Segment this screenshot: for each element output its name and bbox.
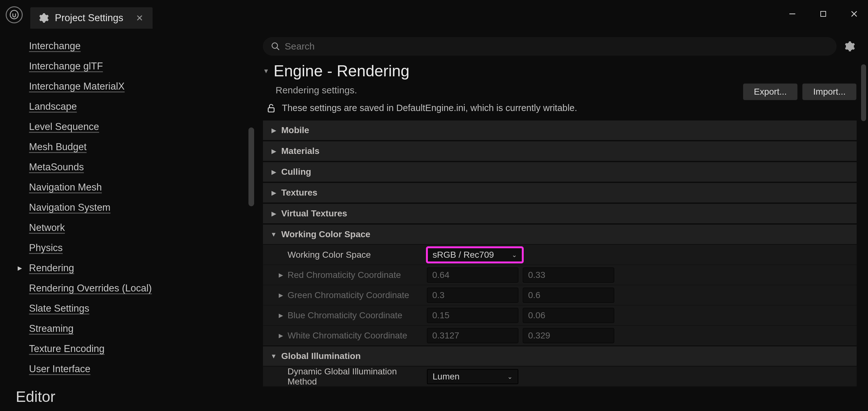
green-x-input[interactable]	[427, 288, 518, 303]
svg-rect-6	[268, 108, 274, 112]
svg-point-4	[272, 43, 278, 49]
category-global-illumination[interactable]: ▼Global Illumination	[263, 346, 857, 366]
sidebar-item-interchange-materialx[interactable]: Interchange MaterialX	[9, 76, 258, 96]
prop-blue-chromaticity: ▶Blue Chromaticity Coordinate	[263, 305, 857, 325]
sidebar-item-slate-settings[interactable]: Slate Settings	[9, 298, 258, 319]
chevron-down-icon: ⌄	[507, 373, 513, 380]
red-x-input[interactable]	[427, 267, 518, 283]
sidebar-item-texture-encoding[interactable]: Texture Encoding	[9, 339, 258, 359]
category-materials[interactable]: ▶Materials	[263, 141, 857, 161]
sidebar-heading-editor: Editor	[9, 379, 258, 405]
chevron-down-icon: ▼	[269, 353, 278, 360]
chevron-right-icon: ▶	[269, 168, 278, 176]
svg-line-5	[277, 48, 279, 50]
category-culling[interactable]: ▶Culling	[263, 162, 857, 182]
close-icon[interactable]: ✕	[136, 13, 143, 23]
window-controls	[786, 7, 861, 20]
category-mobile[interactable]: ▶Mobile	[263, 120, 857, 140]
white-x-input[interactable]	[427, 328, 518, 343]
unlock-icon	[266, 103, 276, 113]
main-panel: ▼ Engine - Rendering Rendering settings.…	[258, 30, 868, 411]
app-root: Project Settings ✕ Interchange Interchan…	[0, 0, 868, 411]
titlebar: Project Settings ✕	[0, 0, 868, 30]
sidebar-item-physics[interactable]: Physics	[9, 238, 258, 258]
working-color-space-dropdown[interactable]: sRGB / Rec709 ⌄	[427, 247, 523, 262]
main-scrollbar[interactable]	[861, 64, 866, 121]
sidebar-item-user-interface[interactable]: User Interface	[9, 359, 258, 379]
prop-working-color-space: Working Color Space sRGB / Rec709 ⌄	[263, 244, 857, 265]
search-bar[interactable]	[263, 37, 836, 56]
blue-y-input[interactable]	[523, 308, 614, 323]
export-button[interactable]: Export...	[743, 83, 798, 100]
section-title: Engine - Rendering	[274, 62, 409, 80]
category-virtual-textures[interactable]: ▶Virtual Textures	[263, 203, 857, 224]
sidebar-item-metasounds[interactable]: MetaSounds	[9, 157, 258, 177]
sidebar: Interchange Interchange glTF Interchange…	[0, 30, 258, 411]
chevron-right-icon: ▶	[269, 147, 278, 155]
import-button[interactable]: Import...	[802, 83, 857, 100]
chevron-right-icon: ▶	[269, 126, 278, 134]
sidebar-item-network[interactable]: Network	[9, 218, 258, 238]
section-header: ▼ Engine - Rendering	[263, 62, 857, 80]
gi-method-dropdown[interactable]: Lumen ⌄	[427, 369, 518, 384]
writable-text: These settings are saved in DefaultEngin…	[282, 103, 577, 113]
sidebar-item-streaming[interactable]: Streaming	[9, 319, 258, 339]
prop-white-chromaticity: ▶White Chromaticity Coordinate	[263, 325, 857, 345]
prop-green-chromaticity: ▶Green Chromaticity Coordinate	[263, 285, 857, 305]
sidebar-item-navigation-system[interactable]: Navigation System	[9, 198, 258, 218]
minimize-button[interactable]	[786, 7, 799, 20]
sidebar-item-interchange[interactable]: Interchange	[9, 36, 258, 56]
maximize-button[interactable]	[817, 7, 830, 20]
sidebar-item-rendering[interactable]: Rendering	[9, 258, 258, 278]
chevron-right-icon[interactable]: ▶	[277, 292, 284, 299]
chevron-right-icon: ▶	[269, 189, 278, 197]
green-y-input[interactable]	[523, 288, 614, 303]
chevron-right-icon: ▶	[269, 210, 278, 217]
red-y-input[interactable]	[523, 267, 614, 283]
section-collapse-arrow-icon[interactable]: ▼	[263, 67, 269, 75]
sidebar-item-mesh-budget[interactable]: Mesh Budget	[9, 137, 258, 157]
sidebar-item-rendering-overrides[interactable]: Rendering Overrides (Local)	[9, 278, 258, 298]
sidebar-item-interchange-gltf[interactable]: Interchange glTF	[9, 56, 258, 76]
close-window-button[interactable]	[848, 7, 861, 20]
prop-dynamic-gi-method: Dynamic Global Illumination Method Lumen…	[263, 366, 857, 386]
search-icon	[271, 41, 280, 51]
blue-x-input[interactable]	[427, 308, 518, 323]
search-input[interactable]	[285, 41, 829, 52]
tab-project-settings[interactable]: Project Settings ✕	[30, 7, 153, 29]
sidebar-item-navigation-mesh[interactable]: Navigation Mesh	[9, 177, 258, 198]
sidebar-scrollbar[interactable]	[248, 127, 254, 206]
body: Interchange Interchange glTF Interchange…	[0, 30, 868, 411]
svg-rect-1	[821, 11, 826, 17]
chevron-right-icon[interactable]: ▶	[277, 332, 284, 339]
chevron-right-icon[interactable]: ▶	[277, 312, 284, 319]
sidebar-item-landscape[interactable]: Landscape	[9, 96, 258, 117]
sidebar-item-level-sequence[interactable]: Level Sequence	[9, 117, 258, 137]
chevron-down-icon: ▼	[269, 231, 278, 238]
ue-logo	[6, 6, 23, 23]
white-y-input[interactable]	[523, 328, 614, 343]
chevron-down-icon: ⌄	[512, 251, 517, 259]
section-subtitle: Rendering settings.	[276, 85, 738, 95]
prop-red-chromaticity: ▶Red Chromaticity Coordinate	[263, 265, 857, 285]
gear-icon	[38, 12, 49, 24]
chevron-right-icon[interactable]: ▶	[277, 271, 284, 278]
category-textures[interactable]: ▶Textures	[263, 183, 857, 203]
category-working-color-space[interactable]: ▼Working Color Space	[263, 224, 857, 244]
tab-title: Project Settings	[55, 12, 123, 24]
settings-gear-button[interactable]	[842, 39, 857, 54]
prop-label: Working Color Space	[287, 250, 371, 260]
